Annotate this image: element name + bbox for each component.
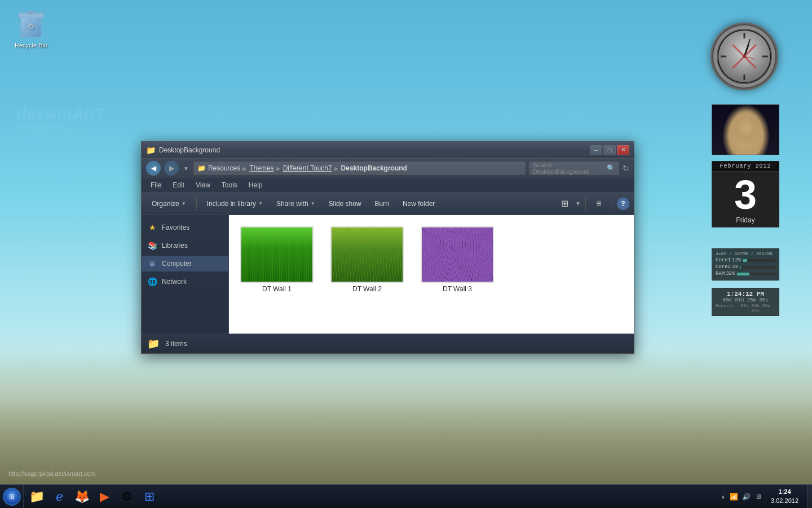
search-placeholder: Search DesktopBackground [533, 161, 607, 175]
toolbar: Organize ▼ Include in library ▼ Share wi… [142, 192, 634, 215]
sidebar-item-computer[interactable]: 🖥 Computer [142, 256, 228, 271]
sysinfo-core1-row: Core1 12% [716, 257, 775, 263]
taskbar-icon-start2[interactable]: ⊞ [139, 486, 160, 507]
settings-icon: ⚙ [121, 489, 133, 504]
breadcrumb-sep-2: ▶ [276, 165, 281, 172]
sidebar-computer-section: 🖥 Computer [142, 256, 228, 271]
include-library-button[interactable]: Include in library ▼ [201, 198, 268, 210]
list-item[interactable]: DT Wall 1 [240, 226, 314, 293]
taskbar-items: 📁 ℯ 🦊 ▶ ⚙ ⊞ [24, 485, 162, 509]
burn-button[interactable]: Burn [369, 198, 395, 210]
main-content: ★ Favorites 📚 Libraries 🖥 Computer 🌐 [142, 215, 634, 334]
sysinfo-ram-label: RAM [716, 271, 725, 277]
libraries-icon: 📚 [147, 240, 157, 251]
refresh-icon[interactable]: ↻ [623, 164, 629, 173]
sidebar-item-network[interactable]: 🌐 Network [142, 274, 228, 290]
taskbar-clock[interactable]: 1:24 3.02.2012 [766, 488, 803, 505]
status-bar: 📁 3 items [142, 334, 634, 353]
network-tray-icon: 📶 [730, 493, 738, 501]
sysinfo-core2-bar [740, 266, 775, 269]
sysinfo-ram-value: 32% [726, 271, 735, 277]
svg-rect-2 [28, 11, 34, 14]
show-desktop-button[interactable] [807, 485, 812, 509]
menu-edit[interactable]: Edit [168, 180, 189, 190]
taskbar-icon-media[interactable]: ▶ [94, 486, 115, 507]
taskbar: ⊞ 📁 ℯ 🦊 ▶ ⚙ ⊞ ▲ 📶 🔊 [0, 484, 812, 508]
taskbar-icon-settings[interactable]: ⚙ [116, 486, 138, 507]
file-name-1: DT Wall 1 [262, 285, 292, 293]
file-thumb-rice [332, 227, 403, 282]
sysinfo-widget: 4x86 / 967MB / 3061MB Core1 12% Core2 2%… [712, 248, 779, 281]
sidebar-item-favorites[interactable]: ★ Favorites [142, 220, 228, 235]
tray-display-icon[interactable]: 🖥 [754, 492, 763, 501]
view-details-icon: ≡ [596, 199, 601, 209]
list-item[interactable]: DT Wall 2 [330, 226, 404, 293]
favorites-icon: ★ [147, 222, 157, 233]
menu-help[interactable]: Help [244, 180, 267, 190]
breadcrumb[interactable]: 📁 Resources ▶ Themes ▶ Different Touch7 … [193, 161, 526, 175]
timer-elapsed: 00d 01h 25m 35s [716, 297, 775, 303]
sidebar-favorites-label: Favorites [162, 224, 189, 231]
view-details-button[interactable]: ≡ [590, 196, 607, 212]
file-thumbnail-3 [421, 226, 494, 283]
close-button[interactable]: ✕ [617, 145, 629, 155]
photo-widget [712, 104, 779, 155]
new-folder-label: New folder [403, 200, 435, 208]
list-item[interactable]: DT Wall 3 [421, 226, 494, 293]
view-large-icon-button[interactable]: ⊞ [556, 196, 573, 212]
tray-expand-icon[interactable]: ▲ [720, 493, 726, 500]
sysinfo-ram-bar [737, 273, 775, 275]
windows-icon: ⊞ [144, 489, 155, 504]
view-arrow[interactable]: ▼ [575, 200, 581, 207]
forward-button[interactable]: ▶ [164, 161, 179, 176]
breadcrumb-dt7: Different Touch7 [283, 164, 332, 172]
sysinfo-core2-fill [740, 266, 741, 269]
include-library-arrow: ▼ [258, 201, 263, 206]
sidebar-item-libraries[interactable]: 📚 Libraries [142, 238, 228, 253]
menu-file[interactable]: File [146, 180, 166, 190]
recycle-bin-icon: ♻ [16, 6, 46, 40]
share-with-button[interactable]: Share with ▼ [271, 198, 321, 210]
maximize-button[interactable]: □ [603, 145, 616, 155]
watermark-logo: deviantART [17, 104, 104, 122]
slideshow-button[interactable]: Slide show [323, 198, 367, 210]
tray-network-icon[interactable]: 📶 [729, 492, 738, 501]
start-button[interactable]: ⊞ [0, 485, 24, 509]
recent-locations-icon: ▼ [183, 165, 189, 172]
help-icon: ? [621, 200, 625, 208]
toolbar-sep-2 [585, 197, 586, 211]
minimize-button[interactable]: ─ [590, 145, 602, 155]
explorer-window: 📁 DesktopBackground ─ □ ✕ ◀ ▶ ▼ 📁 Resour… [141, 141, 634, 354]
menu-view[interactable]: View [191, 180, 215, 190]
clock-widget [710, 23, 778, 90]
network-icon: 🌐 [147, 277, 157, 287]
firefox-icon: 🦊 [74, 489, 90, 504]
status-item-count: 3 items [165, 340, 187, 348]
title-bar-text: DesktopBackground [159, 146, 220, 154]
sysinfo-arch-row: 4x86 / 967MB / 3061MB [716, 251, 775, 256]
file-thumbnail-1 [240, 226, 314, 283]
new-folder-button[interactable]: New folder [397, 198, 440, 210]
sysinfo-core1-label: Core1 [716, 257, 731, 263]
organize-button[interactable]: Organize ▼ [146, 198, 192, 210]
taskbar-icon-ie[interactable]: ℯ [48, 486, 70, 507]
timer-record-label: Record: [716, 303, 735, 313]
search-box[interactable]: Search DesktopBackground 🔍 [529, 161, 619, 175]
tray-volume-icon[interactable]: 🔊 [742, 492, 751, 501]
recycle-bin-label: Recycle Bin [15, 42, 47, 49]
back-button[interactable]: ◀ [146, 161, 161, 176]
title-bar: 📁 DesktopBackground ─ □ ✕ [142, 142, 634, 159]
watermark-copyright: (c) sagorpirbd.deviantart.com [17, 129, 104, 135]
sidebar-favorites-section: ★ Favorites [142, 220, 228, 235]
file-thumbnail-2 [330, 226, 404, 283]
taskbar-icon-explorer[interactable]: 📁 [26, 486, 47, 507]
recycle-bin[interactable]: ♻ Recycle Bin [8, 6, 54, 49]
status-folder-icon: 📁 [147, 338, 160, 350]
include-library-label: Include in library [207, 200, 256, 208]
clock-date: 3.02.2012 [771, 497, 798, 505]
timer-record-row: Record: 00d 06h 26m 07s [716, 303, 775, 313]
sidebar-network-section: 🌐 Network [142, 274, 228, 290]
taskbar-icon-firefox[interactable]: 🦊 [71, 486, 92, 507]
help-button[interactable]: ? [617, 198, 629, 210]
menu-tools[interactable]: Tools [217, 180, 242, 190]
